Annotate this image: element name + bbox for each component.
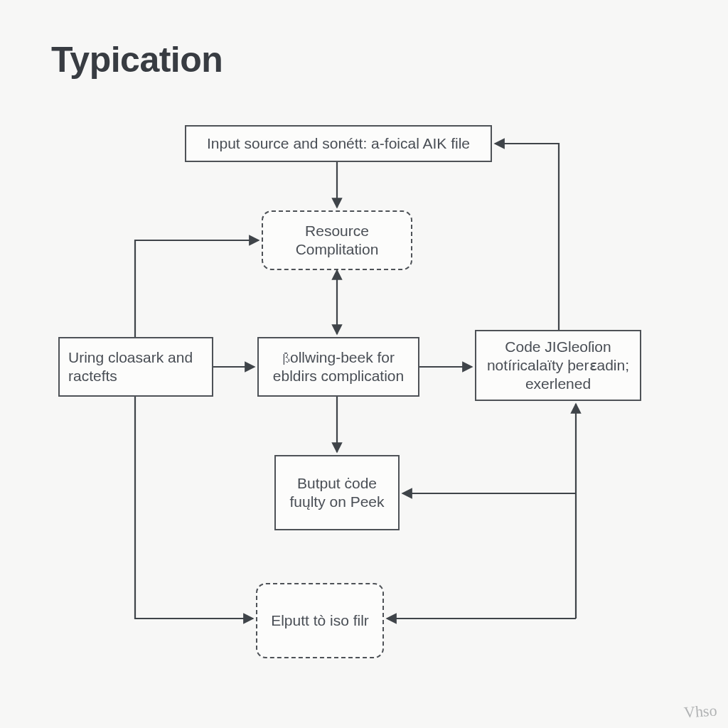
page: Typication Input source and sonétt: a-fo…: [0, 0, 728, 728]
node-resource: Resource Complitation: [262, 210, 412, 270]
node-uring: Uring cloasark and ractefts: [58, 337, 213, 397]
node-input-label: Input source and sonétt: a-foical AIK fi…: [195, 134, 482, 153]
node-elputt: Elputt tò iso filr: [256, 583, 384, 658]
edge-code-to-input: [495, 144, 559, 330]
node-code: Code JIGleoſion notíricalaïty þerɛadin; …: [475, 330, 641, 401]
edge-uring-to-elputt: [135, 397, 253, 619]
node-uring-label: Uring cloasark and ractefts: [68, 348, 203, 386]
watermark: Vhso: [683, 701, 717, 722]
node-butput: Butput ċode fuųlty on Peek: [274, 455, 400, 530]
edge-uring-to-resource: [135, 240, 259, 337]
node-code-label: Code JIGleoſion notíricalaïty þerɛadin; …: [485, 338, 631, 394]
node-butput-label: Butput ċode fuųlty on Peek: [284, 474, 390, 512]
node-following: ꞵollwing-beek for ebldirs complication: [257, 337, 419, 397]
node-following-label: ꞵollwing-beek for ebldirs complication: [267, 348, 410, 386]
diagram-canvas: Input source and sonétt: a-foical AIK fi…: [0, 0, 728, 728]
node-resource-label: Resource Complitation: [272, 222, 402, 259]
node-input: Input source and sonétt: a-foical AIK fi…: [185, 125, 492, 162]
node-elputt-label: Elputt tò iso filr: [266, 611, 374, 630]
